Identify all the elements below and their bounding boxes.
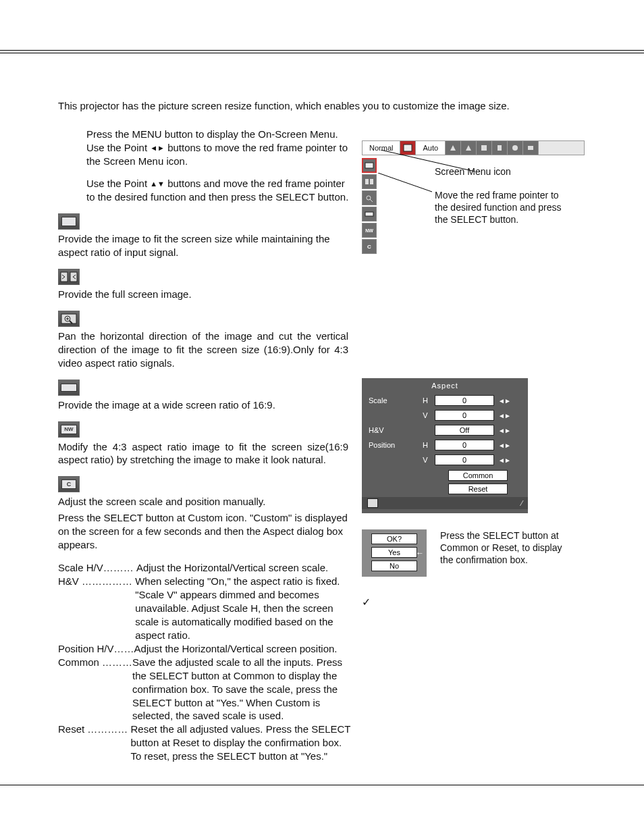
aspect-scale-h-label: H [416, 396, 435, 405]
aspect-arrows-icon: ◄► [494, 412, 514, 419]
aspect-reset-button: Reset [448, 484, 508, 494]
def-reset-term: Reset [58, 723, 84, 735]
svg-line-19 [378, 173, 432, 192]
wide-desc: Provide the image at a wide screen ratio… [58, 398, 348, 412]
aspect-arrows-icon: ◄► [494, 442, 514, 449]
screen-menu-caption: Screen Menu icon [435, 166, 511, 177]
aspect-arrows-icon: ◄► [494, 427, 514, 434]
aspect-pos-h-value: 0 [435, 440, 494, 450]
normal-icon [58, 213, 80, 230]
def-common-term: Common [58, 656, 99, 668]
custom-definitions: Scale H/V……… Adjust the Horizontal/Verti… [58, 561, 351, 763]
custom-desc-1: Adjust the screen scale and position man… [58, 495, 348, 509]
side-wide-icon [362, 207, 377, 221]
step-2: Use the Point ▲▼ buttons and move the re… [86, 177, 354, 204]
svg-rect-8 [481, 145, 487, 151]
aspect-title: Aspect [362, 378, 528, 393]
custom-desc-2: Press the SELECT button at Custom icon. … [58, 511, 348, 552]
svg-rect-9 [498, 145, 502, 151]
zoom-desc: Pan the horizontal direction of the imag… [58, 330, 348, 370]
aspect-scale-label: Scale [362, 396, 416, 405]
svg-rect-0 [61, 272, 68, 282]
def-hv-term: H&V [58, 575, 79, 587]
svg-rect-13 [365, 179, 369, 184]
aspect-foot-icon [367, 498, 378, 508]
side-full-icon [362, 174, 377, 189]
aspect-arrows-icon: ◄► [494, 457, 514, 464]
step-1: Press the MENU button to display the On-… [86, 128, 354, 167]
def-common-body: Save the adjusted scale to all the input… [132, 656, 351, 723]
screen-menu-instruction: Move the red frame pointer to the desire… [435, 189, 570, 226]
svg-rect-12 [365, 163, 373, 168]
menu-icon-5 [508, 141, 523, 155]
menu-icon-6 [523, 141, 539, 155]
screen-side-icons: NW C [362, 158, 377, 255]
confirm-box: OK? Yes No ← [362, 529, 427, 577]
svg-rect-17 [365, 212, 373, 216]
side-custom-icon: C [362, 239, 377, 254]
aspect-common-button: Common [448, 470, 508, 481]
def-pos-body: Adjust the Horizontal/Vertical screen po… [134, 642, 351, 656]
normal-desc: Provide the image to fit the screen size… [58, 232, 348, 259]
aspect-arrows-icon: ◄► [494, 397, 514, 405]
svg-rect-11 [528, 146, 533, 150]
svg-rect-14 [370, 179, 373, 184]
confirm-arrow-icon: ← [416, 548, 424, 558]
check-icon: ✓ [362, 596, 371, 608]
aspect-scale-v-label: V [416, 411, 435, 419]
confirm-yes: Yes [371, 547, 417, 558]
def-scale-body: Adjust the Horizontal/Vertical screen sc… [136, 561, 351, 575]
aspect-pos-v-label: V [416, 456, 435, 464]
aspect-scale-h-value: 0 [435, 395, 494, 406]
point-ud-icon: ▲▼ [150, 180, 165, 188]
side-zoom-icon [362, 190, 377, 205]
aspect-hv-value: Off [435, 425, 494, 436]
def-reset-body: Reset the all adjusted values. Press the… [131, 723, 351, 763]
svg-point-10 [512, 145, 518, 151]
aspect-dialog: Aspect Scale H 0 ◄► V 0 ◄► H&V Off ◄► Po… [362, 378, 528, 513]
def-pos-term: Position H/V [58, 643, 114, 654]
aspect-pos-v-value: 0 [435, 454, 494, 465]
def-scale-term: Scale H/V [58, 562, 103, 573]
aspect-position-label: Position [362, 441, 416, 449]
side-nw-icon: NW [362, 223, 377, 238]
nw-icon: NW [58, 421, 80, 438]
full-desc: Provide the full screen image. [58, 288, 348, 301]
def-hv-body: When selecting "On," the aspect ratio is… [135, 575, 351, 642]
side-normal-icon [362, 158, 377, 173]
point-lr-icon: ◄► [150, 144, 165, 152]
confirm-no: No [371, 561, 417, 571]
svg-rect-1 [70, 272, 77, 282]
full-icon [58, 269, 80, 285]
aspect-pos-h-label: H [416, 441, 435, 449]
zoom-icon [58, 311, 80, 327]
nw-desc: Modify the 4:3 aspect ratio image to fit… [58, 440, 348, 467]
screen-menu-figure: Normal Auto NW C Screen Menu icon Move t… [362, 140, 585, 155]
svg-line-16 [370, 199, 373, 202]
confirm-box-figure: OK? Yes No ← Press the SELECT button at … [362, 529, 585, 577]
intro-text: This projector has the picture screen re… [58, 100, 586, 111]
menu-icon-4 [492, 141, 508, 155]
callout-line-2 [378, 173, 432, 193]
aspect-hv-label: H&V [362, 426, 416, 434]
confirm-ok-label: OK? [371, 533, 417, 544]
custom-icon: C [58, 476, 80, 492]
aspect-scale-v-value: 0 [435, 410, 494, 421]
confirm-caption: Press the SELECT button at Common or Res… [440, 529, 575, 567]
wide-icon [58, 380, 80, 396]
aspect-foot-slash: ⁄ [521, 499, 522, 507]
step2-a: Use the Point [86, 178, 150, 189]
